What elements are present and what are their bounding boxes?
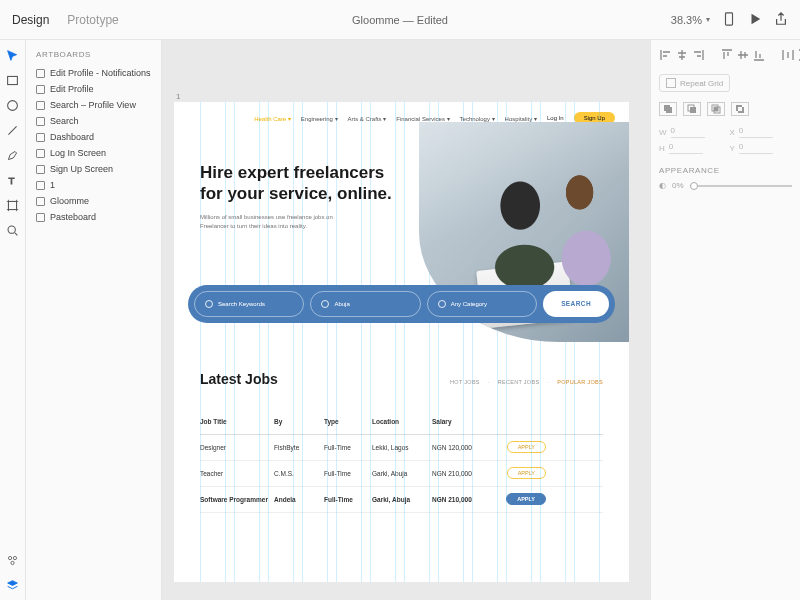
artboard-icon	[36, 149, 45, 158]
artboard-item[interactable]: Sign Up Screen	[26, 161, 161, 177]
topbar-mode-tabs: Design Prototype	[12, 13, 119, 27]
text-tool-icon[interactable]: T	[6, 173, 20, 187]
align-right-icon[interactable]	[691, 49, 704, 62]
inspector-panel: Repeat Grid W0 X0 H0 Y0 APPEARANCE ◐ 0%	[650, 40, 800, 600]
canvas[interactable]: 1 Health Care ▾ Engineering ▾ Arts	[162, 40, 650, 600]
op-add-icon[interactable]	[659, 102, 677, 116]
search-keywords-input[interactable]: Search Keywords	[194, 291, 304, 317]
width-field[interactable]: W0	[659, 126, 722, 138]
ellipse-tool-icon[interactable]	[6, 98, 20, 112]
svg-rect-15	[714, 107, 718, 111]
select-tool-icon[interactable]	[6, 48, 20, 62]
category-icon	[438, 300, 446, 308]
zoom-control[interactable]: 38.3% ▾	[671, 14, 710, 26]
svg-point-8	[11, 561, 14, 564]
assets-icon[interactable]	[6, 553, 20, 567]
nav-link[interactable]: Financial Services ▾	[396, 115, 449, 122]
alignment-controls	[659, 48, 792, 68]
op-intersect-icon[interactable]	[707, 102, 725, 116]
artboard-icon	[36, 69, 45, 78]
jobs-section: Latest Jobs HOT JOBS · RECENT JOBS · POP…	[174, 323, 629, 513]
left-toolbar: T	[0, 40, 26, 600]
svg-rect-0	[726, 12, 733, 24]
align-bottom-icon[interactable]	[752, 49, 765, 62]
distribute-h-icon[interactable]	[781, 49, 794, 62]
artboard-tool-icon[interactable]	[6, 198, 20, 212]
opacity-control[interactable]: ◐ 0%	[659, 181, 792, 190]
search-category-input[interactable]: Any Category	[427, 291, 537, 317]
artboard-icon	[36, 213, 45, 222]
tab-design[interactable]: Design	[12, 13, 49, 27]
x-field[interactable]: X0	[730, 126, 793, 138]
svg-rect-18	[738, 107, 742, 111]
search-location-input[interactable]: Abuja	[310, 291, 420, 317]
svg-point-6	[8, 556, 11, 559]
svg-rect-1	[8, 76, 18, 84]
artboard-item[interactable]: 1	[26, 177, 161, 193]
nav-link[interactable]: Arts & Crafts ▾	[348, 115, 387, 122]
zoom-tool-icon[interactable]	[6, 223, 20, 237]
op-exclude-icon[interactable]	[731, 102, 749, 116]
line-tool-icon[interactable]	[6, 123, 20, 137]
artboards-panel: ARTBOARDS Edit Profile - Notifications E…	[26, 40, 162, 600]
nav-link[interactable]: Engineering ▾	[301, 115, 338, 122]
repeat-grid-icon	[666, 78, 676, 88]
artboard-item[interactable]: Log In Screen	[26, 145, 161, 161]
table-row: Software ProgrammerAndelaFull-TimeGarki,…	[200, 487, 603, 513]
share-icon[interactable]	[774, 12, 788, 28]
artboard-item[interactable]: Search – Profile View	[26, 97, 161, 113]
align-center-h-icon[interactable]	[675, 49, 688, 62]
artboards-panel-title: ARTBOARDS	[26, 46, 161, 65]
svg-point-2	[8, 100, 18, 110]
artboard-label[interactable]: 1	[176, 92, 180, 101]
tab-prototype[interactable]: Prototype	[67, 13, 118, 27]
table-row: DesignerFishByteFull-TimeLekki, LagosNGN…	[200, 435, 603, 461]
svg-point-5	[8, 226, 15, 233]
pen-tool-icon[interactable]	[6, 148, 20, 162]
svg-rect-12	[690, 107, 696, 113]
svg-rect-4	[8, 201, 16, 209]
opacity-value: 0%	[672, 181, 684, 190]
artboard-icon	[36, 85, 45, 94]
artboard-item[interactable]: Gloomme	[26, 193, 161, 209]
hero-subtitle: Millions of small businesses use freelan…	[200, 213, 360, 231]
apply-button[interactable]: APPLY	[507, 441, 546, 453]
artboard-icon	[36, 197, 45, 206]
height-field[interactable]: H0	[659, 142, 722, 154]
login-link[interactable]: Log In	[547, 115, 564, 121]
artboard-item[interactable]: Dashboard	[26, 129, 161, 145]
appearance-title: APPEARANCE	[659, 166, 792, 175]
apply-button[interactable]: APPLY	[506, 493, 546, 505]
repeat-grid-button[interactable]: Repeat Grid	[659, 74, 730, 92]
layers-icon[interactable]	[6, 578, 20, 592]
nav-link[interactable]: Health Care ▾	[254, 115, 291, 122]
artboard-icon	[36, 181, 45, 190]
document-title: Gloomme — Edited	[352, 14, 448, 26]
apply-button[interactable]: APPLY	[507, 467, 546, 479]
jobs-tab[interactable]: POPULAR JOBS	[557, 379, 603, 385]
align-center-v-icon[interactable]	[736, 49, 749, 62]
svg-rect-10	[666, 107, 672, 113]
jobs-heading: Latest Jobs	[200, 371, 278, 387]
zoom-value: 38.3%	[671, 14, 702, 26]
artboard-item[interactable]: Edit Profile	[26, 81, 161, 97]
y-field[interactable]: Y0	[730, 142, 793, 154]
artboard-item[interactable]: Edit Profile - Notifications	[26, 65, 161, 81]
align-top-icon[interactable]	[720, 49, 733, 62]
artboard-item[interactable]: Search	[26, 113, 161, 129]
search-button[interactable]: SEARCH	[543, 291, 609, 317]
play-icon[interactable]	[748, 12, 762, 28]
align-left-icon[interactable]	[659, 49, 672, 62]
nav-link[interactable]: Hospitality ▾	[505, 115, 537, 122]
device-preview-icon[interactable]	[722, 12, 736, 28]
op-subtract-icon[interactable]	[683, 102, 701, 116]
rectangle-tool-icon[interactable]	[6, 73, 20, 87]
artboard-icon	[36, 133, 45, 142]
artboard[interactable]: Health Care ▾ Engineering ▾ Arts & Craft…	[174, 102, 629, 582]
search-bar: Search Keywords Abuja Any Category SEARC…	[188, 285, 615, 323]
jobs-tab[interactable]: HOT JOBS	[450, 379, 480, 385]
artboard-item[interactable]: Pasteboard	[26, 209, 161, 225]
artboard-icon	[36, 165, 45, 174]
nav-link[interactable]: Technology ▾	[460, 115, 495, 122]
jobs-tab[interactable]: RECENT JOBS	[498, 379, 540, 385]
